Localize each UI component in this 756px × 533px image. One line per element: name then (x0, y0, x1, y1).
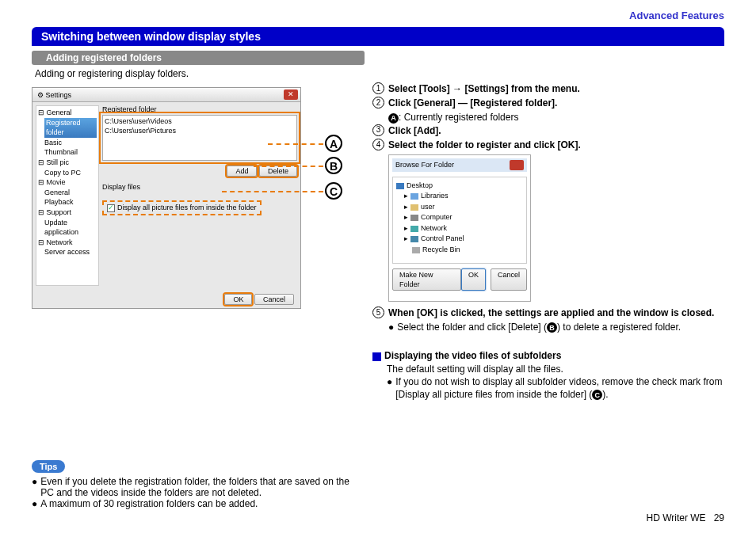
network-icon (410, 226, 418, 232)
settings-window-title: ⚙ Settings ✕ (32, 88, 300, 102)
square-bullet-icon (372, 352, 381, 361)
label-c-icon: C (592, 390, 602, 400)
desktop-icon (396, 183, 404, 189)
step-number: 3 (372, 124, 384, 136)
settings-window: ⚙ Settings ✕ ⊟ General Registered folder… (32, 87, 301, 309)
tree-item[interactable]: Thumbnail (44, 147, 97, 158)
checkbox-icon[interactable] (107, 204, 115, 212)
subsection-bullet: ● If you do not wish to display all subf… (387, 375, 724, 401)
page-footer: HD Writer WE 29 (647, 512, 724, 523)
tree-item-selected[interactable]: Registered folder (44, 118, 97, 138)
step-5-bullet: ● Select the folder and click [Delete] (… (388, 321, 724, 333)
close-icon[interactable]: ✕ (284, 89, 298, 100)
subsection-text: The default setting will display all the… (387, 363, 724, 375)
registered-folder-list[interactable]: C:\Users\user\Videos C:\Users\user\Pictu… (102, 115, 297, 161)
tip-item: ●Even if you delete the registration fol… (32, 476, 365, 498)
list-item[interactable]: Recycle Bin (412, 245, 523, 256)
cancel-button[interactable]: Cancel (491, 268, 527, 291)
registered-folder-label: Registered folder (102, 105, 297, 113)
section-subtitle: Adding registered folders (32, 51, 365, 65)
list-item[interactable]: ▸ Network (404, 223, 523, 234)
list-item[interactable]: C:\Users\user\Pictures (105, 127, 295, 136)
step-1: Select [Tools] → [Settings] from the men… (388, 82, 580, 95)
checkbox-label: Display all picture files from inside th… (117, 204, 257, 211)
tree-item[interactable]: Update application (44, 218, 97, 238)
step-2-sub: A: Currently registered folders (388, 111, 724, 124)
step-2: Click [General] — [Registered folder]. (388, 97, 557, 109)
list-item[interactable]: ▸ user (404, 202, 523, 213)
display-all-checkbox-row[interactable]: Display all picture files from inside th… (102, 200, 262, 215)
tree-item[interactable]: ⊟ Still pic (38, 158, 97, 168)
list-item[interactable]: ▸ Computer (404, 212, 523, 223)
display-files-label: Display files (102, 183, 297, 191)
tree-item[interactable]: ⊟ Network (38, 238, 97, 248)
cancel-button[interactable]: Cancel (254, 294, 294, 305)
delete-button[interactable]: Delete (259, 166, 297, 177)
tree-item[interactable]: Basic (44, 138, 97, 148)
step-number: 4 (372, 139, 384, 150)
make-new-folder-button[interactable]: Make New Folder (392, 268, 461, 291)
tree-item[interactable]: Playback (44, 197, 97, 207)
step-number: 5 (372, 306, 384, 318)
step-4: Select the folder to register and click … (388, 139, 581, 151)
callout-a: A (325, 135, 342, 152)
recycle-icon (412, 247, 420, 253)
ok-button[interactable]: OK (461, 268, 486, 291)
ok-button[interactable]: OK (224, 294, 252, 305)
tree-item[interactable]: Server access (44, 247, 97, 257)
gear-icon: ⚙ (37, 91, 44, 99)
close-icon[interactable] (510, 160, 524, 170)
step-number: 2 (372, 97, 384, 109)
step-3: Click [Add]. (388, 124, 441, 137)
settings-tree[interactable]: ⊟ General Registered folder Basic Thumbn… (36, 105, 99, 286)
tip-item: ●A maximum of 30 registration folders ca… (32, 498, 365, 509)
callout-b: B (325, 157, 342, 174)
folder-icon (410, 204, 418, 211)
label-b-icon: B (547, 322, 557, 333)
folder-icon (410, 236, 418, 242)
list-item[interactable]: ▸ Libraries (404, 191, 523, 202)
label-a-icon: A (388, 113, 399, 124)
step-5: When [OK] is clicked, the settings are a… (388, 306, 714, 319)
browse-title: Browse For Folder (395, 160, 454, 169)
callout-line (222, 191, 323, 192)
tree-item[interactable]: General (44, 188, 97, 198)
category-link[interactable]: Advanced Features (629, 10, 724, 21)
callout-line (268, 143, 323, 145)
tips-badge: Tips (32, 460, 65, 473)
tree-item[interactable]: Copy to PC (44, 168, 97, 178)
subsection-heading: Displaying the video files of subfolders (372, 349, 724, 362)
browse-folder-dialog: Browse For Folder Desktop ▸ Libraries ▸ … (388, 154, 531, 302)
list-item[interactable]: ▸ Control Panel (404, 234, 523, 245)
callout-line (254, 166, 323, 167)
folder-tree[interactable]: Desktop ▸ Libraries ▸ user ▸ Computer ▸ … (392, 177, 527, 264)
list-item[interactable]: C:\Users\user\Videos (105, 117, 295, 127)
folder-icon (410, 193, 418, 200)
callout-c: C (325, 182, 342, 200)
computer-icon (410, 215, 418, 221)
list-item[interactable]: Desktop (396, 181, 523, 192)
step-number: 1 (372, 82, 384, 94)
tree-item[interactable]: ⊟ Support (38, 207, 97, 218)
add-button[interactable]: Add (227, 166, 257, 177)
settings-title-text: Settings (46, 91, 72, 99)
intro-text: Adding or registering display folders. (35, 68, 724, 79)
page-title: Switching between window display styles (32, 27, 724, 46)
tree-item[interactable]: ⊟ Movie (38, 177, 97, 188)
tree-item[interactable]: ⊟ General (38, 108, 97, 118)
